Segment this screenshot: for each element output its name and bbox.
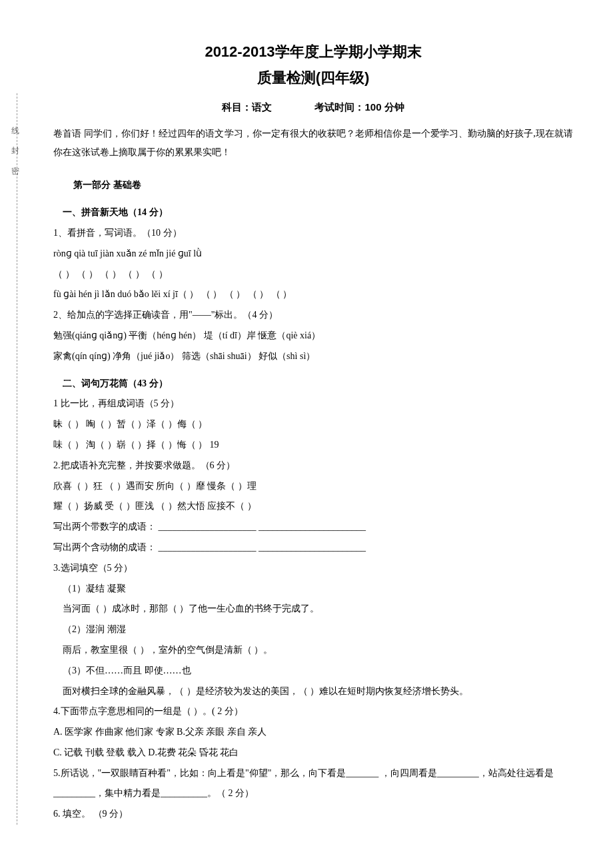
q2-l3-2: 当河面（ ）成冰时，那部（ ）了他一生心血的书终于完成了。: [63, 599, 573, 620]
main-title-2: 质量检测(四年级): [53, 66, 573, 89]
q2-sub5: 5.所话说，"一双眼睛百种看"，比如：向上看是"仰望"，那么，向下看是_____…: [53, 763, 573, 805]
q1-pinyin2: fù ɡài hén jì lǎn duó bǎo lěi xí jī（ ） （…: [53, 284, 573, 305]
q2-header: 二、词句万花筒（43 分）: [63, 374, 573, 394]
q2-l4a: A. 医学家 作曲家 他们家 专家 B.父亲 亲眼 亲自 亲人: [53, 722, 573, 743]
q1-blanks1: （ ） （ ） （ ） （ ） （ ）: [53, 264, 573, 285]
main-title-1: 2012-2013学年度上学期小学期末: [53, 40, 573, 63]
q2-line2d: 写出两个含动物的成语： _____________________ ______…: [53, 538, 573, 558]
q1-sub2: 2、给加点的字选择正确读音，用"——"标出。（4 分）: [53, 305, 573, 326]
q2-sub2: 2.把成语补充完整，并按要求做题。（6 分）: [53, 456, 573, 476]
q2-line2b: 耀（ ）扬威 受（ ）匪浅 （ ）然大悟 应接不（ ）: [53, 496, 573, 517]
q2-l4b: C. 记载 刊载 登载 载入 D.花费 花朵 昏花 花白: [53, 743, 573, 763]
q2-l3-1: （1）凝结 凝聚: [63, 579, 573, 600]
q2-line2a: 欣喜（ ）狂 （ ）遇而安 所向（ ）靡 慢条（ ）理: [53, 476, 573, 497]
q1-header: 一、拼音新天地（14 分）: [63, 203, 573, 223]
q1-sub1: 1、看拼音，写词语。（10 分）: [53, 223, 573, 244]
q2-line1a: 昧（ ） 啕（ ）暂（ ）泽（ ）侮（ ）: [53, 414, 573, 435]
q2-sub3: 3.选词填空（5 分）: [53, 558, 573, 579]
preface-text: 卷首语 同学们，你们好！经过四年的语文学习，你一定有很大的收获吧？老师相信你是一…: [53, 125, 573, 162]
q2-l3-5: （3）不但……而且 即使……也: [63, 661, 573, 681]
binding-text: 线 封 密: [7, 120, 24, 165]
q2-l3-4: 雨后，教室里很（ ），室外的空气倒是清新（ ）。: [63, 640, 573, 661]
q2-line1b: 味（ ） 淘（ ）崭（ ）择（ ）悔（ ） 19: [53, 435, 573, 456]
part1-header: 第一部分 基础卷: [73, 175, 573, 196]
q1-line2a: 勉强(qiánɡ qiǎnɡ) 平衡（hénɡ hén） 堤（tí dī）岸 惬…: [53, 326, 573, 346]
meta-row: 科目：语文 考试时间：100 分钟: [53, 96, 573, 118]
subject-label: 科目：语文: [222, 96, 272, 118]
q2-line2c: 写出两个带数字的成语： _____________________ ______…: [53, 517, 573, 538]
q1-line2b: 家禽(qín qínɡ) 净角（jué jiǎo） 筛选（shāi shuāi）…: [53, 346, 573, 367]
binding-dash-line: [17, 93, 17, 825]
q2-sub4: 4.下面带点字意思相同的一组是（ ）。( 2 分）: [53, 701, 573, 722]
time-label: 考试时间：100 分钟: [314, 96, 404, 118]
q2-sub6: 6. 填空。 （9 分）: [53, 804, 573, 825]
q2-sub1: 1 比一比，再组成词语（5 分）: [53, 394, 573, 414]
q1-pinyin1: rònɡ qià tuī jiàn xuǎn zé mǐn jié ɡuī lǜ: [53, 244, 573, 264]
q2-l3-6: 面对横扫全球的金融风暴，（ ）是经济较为发达的美国，（ ）难以在短时期内恢复经济…: [63, 681, 573, 702]
q2-l3-3: （2）湿润 潮湿: [63, 620, 573, 640]
